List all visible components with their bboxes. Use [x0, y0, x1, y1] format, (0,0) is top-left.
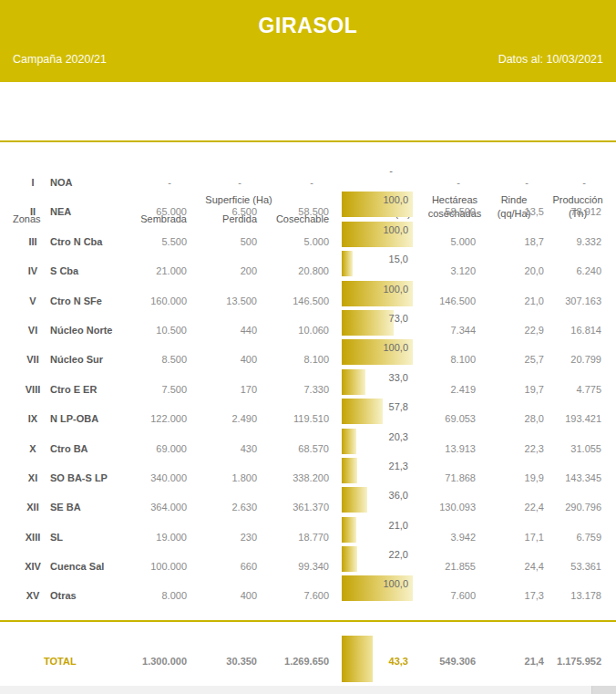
cosechable-value: 119.510 — [293, 413, 329, 425]
zone-name: SE BA — [50, 502, 81, 513]
table-row: IV S Cba 21.000 200 20.800 15,0 3.120 20… — [0, 249, 616, 278]
sembrada-value: 19.000 — [156, 532, 187, 544]
hectareas-value: 3.120 — [450, 265, 476, 277]
total-rinde: 21,4 — [525, 656, 544, 668]
produccion-value: - — [582, 177, 601, 189]
hectareas-value: - — [457, 177, 476, 189]
hectareas-value: 13.913 — [445, 443, 476, 455]
rinde-value: - — [525, 177, 544, 189]
rinde-value: 22,4 — [525, 502, 544, 513]
table-row: II NEA 65.000 6.500 58.500 100,0 58.500 … — [0, 190, 616, 219]
sembrada-value: - — [168, 177, 187, 189]
perdida-value: - — [238, 177, 257, 189]
cosechable-value: 99.340 — [298, 561, 329, 573]
harvest-progress-cell: 100,0 — [342, 575, 413, 601]
zone-name: SL — [50, 532, 63, 544]
rinde-value: 24,4 — [525, 561, 544, 573]
table-row: I NOA - - - - - - - — [0, 161, 616, 190]
harvest-progress-bar — [342, 399, 383, 424]
produccion-value: 143.345 — [565, 472, 601, 484]
zone-id: X — [18, 443, 47, 455]
rinde-value: 17,3 — [525, 590, 544, 602]
hectareas-value: 21.855 — [445, 561, 476, 573]
total-cosechable: 1.269.650 — [284, 656, 329, 668]
harvest-progress-cell: - — [342, 162, 413, 188]
produccion-value: 4.775 — [576, 384, 601, 396]
produccion-value: 16.814 — [570, 325, 601, 337]
total-label: TOTAL — [44, 656, 77, 668]
table-row: VIII Ctro E ER 7.500 170 7.330 33,0 2.41… — [0, 368, 616, 397]
harvest-progress-cell: 22,0 — [342, 546, 413, 572]
harvest-pct-label: 15,0 — [389, 254, 408, 265]
hectareas-value: 71.868 — [445, 472, 476, 484]
cosechable-value: 7.600 — [303, 590, 329, 602]
rinde-value: 21,0 — [525, 295, 544, 307]
sembrada-value: 364.000 — [150, 502, 187, 513]
harvest-progress-cell: 21,3 — [342, 458, 413, 483]
perdida-value: 170 — [241, 384, 257, 396]
zone-id: VIII — [18, 384, 47, 396]
zone-name: Núcleo Norte — [50, 325, 112, 337]
sembrada-value: 5.500 — [161, 236, 187, 248]
total-hectareas: 549.306 — [439, 656, 476, 668]
cosechable-value: 20.800 — [298, 265, 329, 277]
zone-name: Núcleo Sur — [50, 354, 103, 366]
table-row: VII Núcleo Sur 8.500 400 8.100 100,0 8.1… — [0, 337, 616, 367]
perdida-value: 660 — [241, 561, 257, 573]
harvest-progress-cell: 57,8 — [342, 399, 413, 424]
zone-id: I — [18, 177, 47, 189]
zone-id: VI — [18, 325, 47, 337]
table-row: XV Otras 8.000 400 7.600 100,0 7.600 17,… — [0, 574, 616, 603]
cosechable-value: 8.100 — [303, 354, 329, 366]
zone-id: XIII — [18, 532, 47, 544]
harvest-progress-bar — [342, 517, 356, 543]
table-row: V Ctro N SFe 160.000 13.500 146.500 100,… — [0, 279, 616, 308]
header-divider-line — [0, 140, 616, 142]
total-produccion: 1.175.952 — [557, 656, 601, 668]
cosechable-value: 18.770 — [298, 532, 329, 544]
sembrada-value: 7.500 — [161, 384, 187, 396]
hectareas-value: 7.344 — [450, 325, 476, 337]
sembrada-value: 122.000 — [150, 413, 187, 425]
perdida-value: 230 — [241, 532, 257, 544]
rinde-value: 17,1 — [525, 532, 544, 544]
table-row: III Ctro N Cba 5.500 500 5.000 100,0 5.0… — [0, 220, 616, 249]
sembrada-value: 21.000 — [156, 265, 187, 277]
zone-name: Otras — [50, 590, 77, 602]
harvest-progress-cell: 73,0 — [342, 310, 413, 336]
rinde-value: 19,7 — [525, 384, 544, 396]
harvest-progress-cell: 100,0 — [342, 281, 413, 306]
zone-id: XI — [18, 472, 47, 484]
harvest-pct-label: 100,0 — [383, 224, 408, 236]
zone-name: NEA — [50, 206, 71, 218]
produccion-value: 290.796 — [565, 502, 601, 513]
harvest-pct-label: 57,8 — [389, 401, 408, 413]
table-row: VI Núcleo Norte 10.500 440 10.060 73,0 7… — [0, 308, 616, 337]
rinde-value: 25,7 — [525, 354, 544, 366]
harvest-pct-label: 100,0 — [383, 342, 408, 354]
produccion-value: 6.240 — [576, 265, 601, 277]
zone-name: Cuenca Sal — [50, 561, 104, 573]
harvest-progress-bar — [342, 546, 357, 572]
cosechable-value: - — [310, 177, 329, 189]
produccion-value: 20.799 — [570, 354, 601, 366]
perdida-value: 440 — [241, 325, 257, 337]
produccion-value: 6.759 — [576, 532, 601, 544]
cosechable-value: 10.060 — [298, 325, 329, 337]
harvest-pct-label: 100,0 — [383, 284, 408, 295]
cosechable-value: 338.200 — [293, 472, 329, 484]
perdida-value: 400 — [241, 354, 257, 366]
zone-name: Ctro N Cba — [50, 236, 102, 248]
harvest-pct-label: - — [389, 165, 408, 177]
rinde-value: 22,9 — [525, 325, 544, 337]
horizontal-scrollbar[interactable] — [0, 686, 616, 694]
hectareas-value: 2.419 — [450, 384, 476, 396]
zone-id: V — [18, 295, 47, 307]
hectareas-value: 69.053 — [445, 413, 476, 425]
scrollbar-corner[interactable] — [591, 686, 616, 694]
sembrada-value: 65.000 — [156, 206, 187, 218]
zone-name: Ctro E ER — [50, 384, 97, 396]
sembrada-value: 100.000 — [150, 561, 187, 573]
total-harvest-progress-bar — [342, 636, 373, 682]
produccion-value: 13.178 — [570, 590, 601, 602]
